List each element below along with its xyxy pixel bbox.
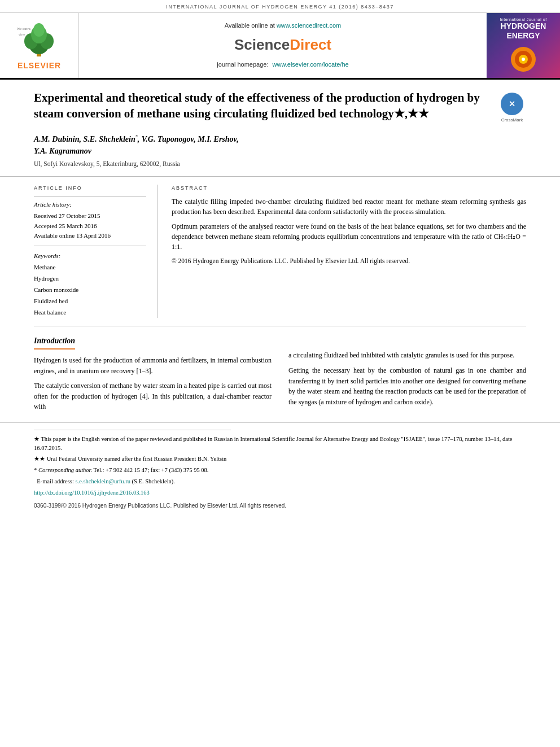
author-names-rest: , V.G. Tuponogov, M.I. Ershov, [138,135,239,143]
bottom-copyright-bar: 0360-3199/© 2016 Hydrogen Energy Publica… [34,499,526,510]
keyword-carbon-monoxide: Carbon monoxide [34,285,146,296]
footnote-star1: ★ This paper is the English version of t… [34,435,526,453]
abstract-section: ABSTRACT The catalytic filling impeded t… [158,185,526,318]
authors-list: A.M. Dubinin, S.E. Shcheklein*, V.G. Tup… [34,133,526,157]
abstract-para1: The catalytic filling impeded two-chambe… [172,196,526,217]
author-name-last: Y.A. Kagramanov [34,147,91,155]
crossmark-icon: ✕ [500,92,524,116]
intro-text-left: Hydrogen is used for the production of a… [34,355,272,412]
elsevier-brand-label: ELSEVIER [18,60,61,72]
page-header: Ne extra vires ELSEVIER Available online… [0,13,560,80]
abstract-label: ABSTRACT [172,185,526,192]
journal-badge: International Journal of HYDROGEN ENERGY [500,18,546,42]
keyword-heat-balance: Heat balance [34,307,146,318]
journal-citation: INTERNATIONAL JOURNAL OF HYDROGEN ENERGY… [166,4,394,10]
footnote-email-link[interactable]: s.e.shcheklein@urfu.ru [75,478,130,484]
journal-badge-icon [509,45,537,73]
intro-para4: Getting the necessary heat by the combus… [288,365,526,407]
introduction-heading: Introduction [34,335,75,350]
elsevier-tree-icon: Ne extra vires [14,19,65,58]
abstract-para2: Optimum parameters of the analysed react… [172,221,526,252]
svg-text:vires: vires [19,33,25,36]
intro-para3: a circulating fluidized bed inhibited wi… [288,350,526,361]
sciencedirect-url[interactable]: www.sciencedirect.com [277,22,341,29]
intro-para1: Hydrogen is used for the production of a… [34,355,272,376]
footnote-doi-line: http://dx.doi.org/10.1016/j.ijhydene.201… [34,488,526,497]
title-section: Experimental and theoretical study of th… [0,80,560,129]
available-online-text: Available online at www.sciencedirect.co… [225,21,341,30]
svg-point-11 [522,58,525,61]
keywords-label: Keywords: [34,252,146,260]
intro-text-right: a circulating fluidized bed inhibited wi… [288,350,526,407]
journal-homepage-url[interactable]: www.elsevier.com/locate/he [273,61,349,68]
footnote-email-line: E-mail address: s.e.shcheklein@urfu.ru (… [34,477,526,486]
introduction-section: Introduction Hydrogen is used for the pr… [0,326,560,422]
journal-badge-energy: ENERGY [500,30,546,42]
keyword-fluidized-bed: Fluidized bed [34,296,146,307]
crossmark-label: CrossMark [501,117,523,123]
journal-header-bar: INTERNATIONAL JOURNAL OF HYDROGEN ENERGY… [0,0,560,13]
article-title: Experimental and theoretical study of th… [34,90,498,122]
accepted-date: Accepted 25 March 2016 [34,221,146,231]
intro-left-column: Introduction Hydrogen is used for the pr… [34,335,272,417]
journal-badge-block: International Journal of HYDROGEN ENERGY [487,13,560,78]
elsevier-logo-block: Ne extra vires ELSEVIER [0,13,79,78]
journal-badge-hydrogen: HYDROGEN [500,22,546,30]
article-info-label: ARTICLE INFO [34,185,146,192]
author-name: A.M. Dubinin, S.E. Shcheklein [34,135,135,143]
footnote-corresponding: * Corresponding author. Tel.: +7 902 442… [34,466,526,475]
affiliation-text: Ul, Sofyi Kovalevskoy, 5, Ekaterinburg, … [34,159,526,168]
received-date: Received 27 October 2015 [34,211,146,221]
keyword-methane: Methane [34,262,146,273]
article-body: ARTICLE INFO Article history: Received 2… [0,176,560,326]
journal-homepage-line: journal homepage: www.elsevier.com/locat… [217,60,348,69]
footnote-star2: ★★ Ural Federal University named after t… [34,455,526,464]
bottom-copyright-text: 0360-3199/© 2016 Hydrogen Energy Publica… [34,503,286,509]
intro-para2: The catalytic conversion of methane by w… [34,381,272,412]
intro-right-column: a circulating fluidized bed inhibited wi… [288,335,526,417]
article-history-label: Article history: [34,200,146,209]
abstract-copyright: © 2016 Hydrogen Energy Publications LLC.… [172,256,526,265]
svg-text:Ne extra: Ne extra [17,27,31,31]
journal-homepage-label: journal homepage: [217,61,268,68]
footnotes-section: ★ This paper is the English version of t… [0,422,560,516]
crossmark-block: ✕ CrossMark [498,90,526,123]
svg-text:✕: ✕ [509,99,515,108]
sciencedirect-block: Available online at www.sciencedirect.co… [79,13,487,78]
sciencedirect-logo: ScienceDirect [234,34,331,55]
authors-section: A.M. Dubinin, S.E. Shcheklein*, V.G. Tup… [0,129,560,171]
abstract-text: The catalytic filling impeded two-chambe… [172,196,526,265]
keyword-hydrogen: Hydrogen [34,273,146,285]
article-info-panel: ARTICLE INFO Article history: Received 2… [34,185,158,318]
available-date: Available online 13 April 2016 [34,231,146,241]
svg-point-5 [33,23,45,37]
doi-link[interactable]: http://dx.doi.org/10.1016/j.ijhydene.201… [34,490,150,496]
